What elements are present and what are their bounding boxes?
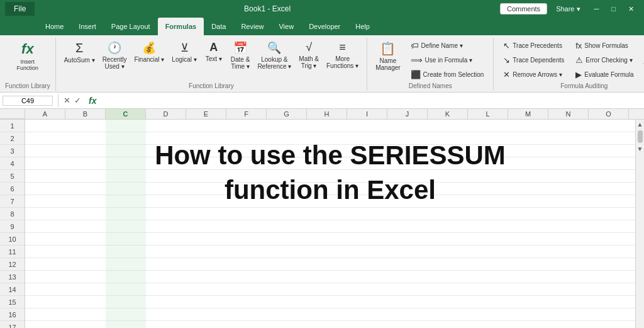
restore-button[interactable]: □ bbox=[606, 4, 621, 14]
define-name-button[interactable]: 🏷 Define Name ▾ bbox=[406, 39, 489, 52]
row-header-3[interactable]: 3 bbox=[0, 145, 25, 157]
name-manager-icon: 📋 bbox=[380, 41, 396, 56]
text-label: Text ▾ bbox=[206, 55, 222, 62]
col-header-H[interactable]: H bbox=[307, 109, 347, 119]
tab-home[interactable]: Home bbox=[38, 18, 71, 35]
tab-page-layout[interactable]: Page Layout bbox=[104, 18, 158, 35]
logical-button[interactable]: ⊻ Logical ▾ bbox=[169, 39, 199, 65]
use-in-formula-button[interactable]: ⟹ Use in Formula ▾ bbox=[406, 54, 489, 67]
name-box[interactable] bbox=[3, 96, 53, 106]
minimize-button[interactable]: ─ bbox=[589, 4, 604, 14]
comments-button[interactable]: Comments bbox=[500, 3, 547, 14]
col-header-B[interactable]: B bbox=[65, 109, 106, 119]
row-header-17[interactable]: 17 bbox=[0, 321, 25, 328]
create-from-selection-button[interactable]: ⬛ Create from Selection bbox=[406, 68, 489, 81]
trace-dependents-icon: ↘ bbox=[503, 55, 510, 65]
col-header-D[interactable]: D bbox=[146, 109, 186, 119]
col-header-O[interactable]: O bbox=[589, 109, 629, 119]
tab-view[interactable]: View bbox=[271, 18, 301, 35]
remove-arrows-button[interactable]: ✕ Remove Arrows ▾ bbox=[499, 68, 569, 81]
autosum-label: AutoSum ▾ bbox=[64, 57, 95, 64]
tab-formulas[interactable]: Formulas bbox=[158, 18, 204, 35]
row-header-2[interactable]: 2 bbox=[0, 132, 25, 145]
row-header-4[interactable]: 4 bbox=[0, 157, 25, 170]
insert-function-button[interactable]: fx InsertFunction bbox=[13, 39, 43, 73]
evaluate-formula-button[interactable]: ▶ Evaluate Formula bbox=[571, 68, 638, 81]
grid-row-4 bbox=[25, 157, 635, 170]
col-header-E[interactable]: E bbox=[186, 109, 226, 119]
fx-formula-icon[interactable]: fx bbox=[85, 96, 100, 106]
col-header-L[interactable]: L bbox=[468, 109, 508, 119]
ribbon-group-insert-function: fx InsertFunction Function Library bbox=[0, 38, 56, 91]
row-header-9[interactable]: 9 bbox=[0, 220, 25, 233]
col-header-K[interactable]: K bbox=[428, 109, 468, 119]
trace-dependents-button[interactable]: ↘ Trace Dependents bbox=[499, 54, 569, 67]
financial-icon: 💰 bbox=[142, 41, 156, 55]
grid-row-8 bbox=[25, 208, 635, 220]
error-checking-button[interactable]: ⚠ Error Checking ▾ bbox=[571, 54, 638, 67]
row-header-6[interactable]: 6 bbox=[0, 183, 25, 195]
trace-dependents-label: Trace Dependents bbox=[513, 57, 564, 64]
col-header-M[interactable]: M bbox=[508, 109, 548, 119]
row-header-10[interactable]: 10 bbox=[0, 233, 25, 246]
grid-row-5 bbox=[25, 170, 635, 183]
row-header-14[interactable]: 14 bbox=[0, 283, 25, 296]
row-header-12[interactable]: 12 bbox=[0, 258, 25, 271]
watch-window-button[interactable]: 👁 WatchWindow bbox=[641, 39, 644, 71]
col-header-F[interactable]: F bbox=[226, 109, 267, 119]
close-button[interactable]: ✕ bbox=[623, 4, 639, 14]
sigma-icon: Σ bbox=[75, 41, 83, 55]
grid-row-17 bbox=[25, 321, 635, 328]
row-header-16[interactable]: 16 bbox=[0, 308, 25, 321]
formula-input[interactable] bbox=[103, 97, 644, 105]
more-functions-button[interactable]: ≡ MoreFunctions ▾ bbox=[323, 39, 362, 71]
tab-data[interactable]: Data bbox=[204, 18, 233, 35]
col-header-J[interactable]: J bbox=[387, 109, 428, 119]
grid-area: 1 2 3 4 5 6 7 8 9 10 11 12 13 14 15 16 1… bbox=[0, 120, 644, 328]
financial-button[interactable]: 💰 Financial ▾ bbox=[131, 39, 168, 65]
more-icon: ≡ bbox=[339, 41, 346, 54]
col-header-P[interactable]: P bbox=[629, 109, 644, 119]
tab-insert[interactable]: Insert bbox=[71, 18, 104, 35]
tab-help[interactable]: Help bbox=[348, 18, 377, 35]
lookup-reference-button[interactable]: 🔍 Lookup &Reference ▾ bbox=[254, 39, 294, 72]
more-functions-label: MoreFunctions ▾ bbox=[326, 55, 358, 69]
row-header-15[interactable]: 15 bbox=[0, 296, 25, 308]
col-header-G[interactable]: G bbox=[267, 109, 307, 119]
text-button[interactable]: A Text ▾ bbox=[201, 39, 226, 64]
row-header-1[interactable]: 1 bbox=[0, 120, 25, 132]
scroll-down-arrow[interactable]: ▼ bbox=[636, 144, 644, 154]
col-header-A[interactable]: A bbox=[25, 109, 65, 119]
name-manager-button[interactable]: 📋 NameManager bbox=[372, 39, 403, 73]
row-header-8[interactable]: 8 bbox=[0, 208, 25, 220]
tab-developer[interactable]: Developer bbox=[301, 18, 348, 35]
row-header-7[interactable]: 7 bbox=[0, 195, 25, 208]
trace-precedents-button[interactable]: ↖ Trace Precedents bbox=[499, 39, 569, 52]
math-icon: √ bbox=[306, 41, 312, 54]
tab-review[interactable]: Review bbox=[233, 18, 271, 35]
col-header-I[interactable]: I bbox=[347, 109, 387, 119]
row-header-11[interactable]: 11 bbox=[0, 246, 25, 258]
fx-icon: fx bbox=[21, 41, 34, 57]
math-trig-button[interactable]: √ Math &Trig ▾ bbox=[296, 39, 322, 71]
row-header-5[interactable]: 5 bbox=[0, 170, 25, 183]
recently-used-button[interactable]: 🕐 RecentlyUsed ▾ bbox=[99, 39, 130, 72]
confirm-icon[interactable]: ✓ bbox=[74, 96, 81, 106]
autosum-button[interactable]: Σ AutoSum ▾ bbox=[61, 39, 98, 65]
error-checking-label: Error Checking ▾ bbox=[586, 57, 632, 64]
col-header-N[interactable]: N bbox=[548, 109, 589, 119]
recently-used-label: RecentlyUsed ▾ bbox=[103, 56, 127, 70]
scroll-up-arrow[interactable]: ▲ bbox=[636, 120, 644, 129]
ribbon-group-formula-auditing: ↖ Trace Precedents ↘ Trace Dependents ✕ … bbox=[494, 38, 644, 91]
show-formulas-button[interactable]: fx Show Formulas bbox=[571, 39, 638, 52]
date-time-button[interactable]: 📅 Date &Time ▾ bbox=[228, 39, 253, 72]
scroll-thumb[interactable] bbox=[638, 130, 643, 143]
share-button[interactable]: Share ▾ bbox=[550, 4, 586, 14]
row-header-13[interactable]: 13 bbox=[0, 271, 25, 283]
vertical-scrollbar[interactable]: ▲ ▼ bbox=[635, 120, 644, 328]
file-tab[interactable]: File bbox=[5, 2, 35, 16]
create-selection-icon: ⬛ bbox=[411, 70, 421, 79]
use-in-formula-label: Use in Formula ▾ bbox=[425, 57, 473, 64]
col-header-C[interactable]: C bbox=[106, 109, 146, 119]
cancel-icon[interactable]: ✕ bbox=[64, 96, 70, 106]
